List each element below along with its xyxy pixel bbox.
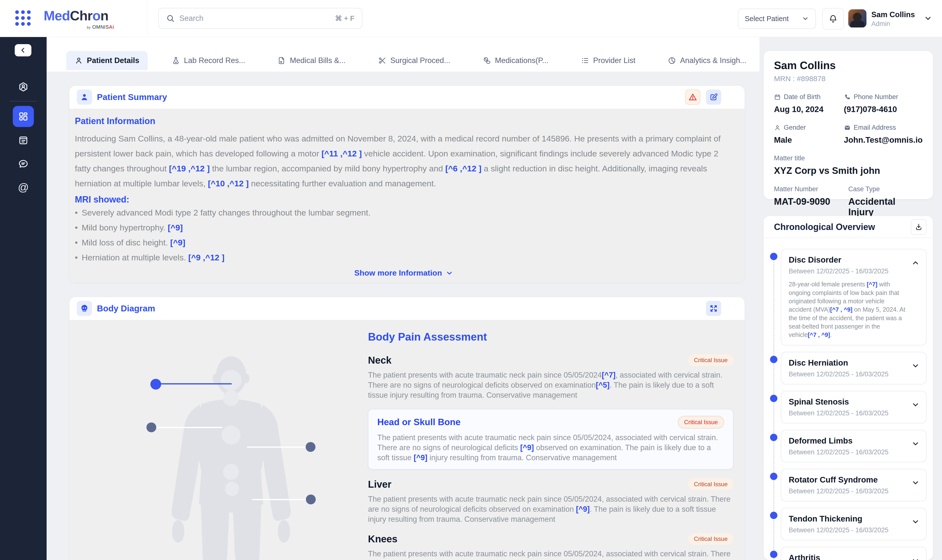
sidebar-item-profile[interactable] [17,80,30,93]
citation-link[interactable]: [^9] [168,223,183,232]
summary-edit-button[interactable] [706,89,721,105]
body-diagram-title: Body Diagram [97,303,155,313]
text-segment: The patient presents with acute traumati… [368,371,602,379]
timeline-item-disc-herniation[interactable]: Disc Herniation Between 12/02/2025 - 16/… [781,352,927,385]
tab-analytics-insigh[interactable]: Analytics & Insigh... [659,51,755,70]
sidebar-item-records[interactable] [17,134,30,147]
top-header: MedChron by OMNISAi Search ⌘ + F Select … [0,0,942,37]
timeline-item-rotator-cuff-syndrome[interactable]: Rotator Cuff Syndrome Between 12/02/2025… [781,469,927,502]
citation-link[interactable]: [^5] [596,381,610,389]
timeline-item-name: Deformed Limbs [789,436,907,446]
timeline-item-spinal-stenosis[interactable]: Spinal Stenosis Between 12/02/2025 - 16/… [781,391,927,423]
hexagon-person-icon [17,81,29,93]
user-menu-chevron[interactable] [924,14,932,23]
text-segment: necessitating further evaluation and man… [249,179,436,188]
marker-dot-knees[interactable] [306,495,316,505]
citation-link[interactable]: [^7 , ^9] [808,331,830,338]
citation-link[interactable]: [^11 ,^12 ] [321,149,362,158]
citation-link[interactable]: [^9] [170,238,185,247]
field-label: Gender [774,124,844,131]
chevron-down-icon [802,15,809,22]
patient-summary-card: Patient Summary Patient Information Intr… [69,86,745,282]
patient-mrn: MRN : #898878 [774,75,923,83]
patient-field-phone-number: Phone Number(917)078-4610 [844,93,923,114]
text-segment: Mild loss of disc height. [82,238,170,247]
chevron-down-icon[interactable] [911,478,920,487]
notifications-button[interactable] [822,8,844,30]
marker-dot-liver[interactable] [306,442,316,452]
tab-medications-p[interactable]: Medications(P... [475,51,557,70]
timeline-item-tendon-thickening[interactable]: Tendon Thickening Between 12/02/2025 - 1… [781,508,927,540]
show-more-label: Show more Information [354,268,442,278]
citation-link[interactable]: [^10 ,^12 ] [208,179,248,188]
body-section-text: The patient presents with acute traumati… [368,549,734,560]
tab-medical-bills[interactable]: Medical Bills &... [269,51,354,70]
chevron-up-icon[interactable] [911,258,920,267]
marker-dot-neck[interactable] [150,379,161,389]
citation-link[interactable]: [^6 ,^12 ] [445,164,481,173]
citation-link[interactable]: [^9] [520,443,534,452]
tab-surgical-proced[interactable]: Surgical Proced... [370,51,459,70]
sidebar-item-messages[interactable] [17,157,30,170]
logo-med: Med [44,8,70,23]
tab-label: Surgical Proced... [390,56,450,65]
apps-grid-icon[interactable] [15,10,31,26]
case-type-value: Accidental Injury [848,196,923,217]
logo-chr: Chr [70,8,93,23]
citation-link[interactable]: [^7] [867,281,877,288]
chevron-down-icon[interactable] [911,401,920,409]
timeline-item-arthritis[interactable]: Arthritis Between 12/02/2025 - 16/03/202… [781,547,927,560]
search-input[interactable]: Search ⌘ + F [158,8,362,29]
show-more-information-button[interactable]: Show more Information [75,268,733,278]
dashboard-grid-icon [18,111,29,122]
body-diagram-expand-button[interactable] [706,301,721,316]
timeline-item-name: Disc Herniation [789,358,907,368]
pills-icon [483,56,491,65]
timeline-row-spinal-stenosis: Spinal Stenosis Between 12/02/2025 - 16/… [781,391,927,423]
sidebar-item-mentions[interactable]: @ [17,181,30,194]
tab-label: Analytics & Insigh... [680,56,746,65]
chevron-down-icon[interactable] [911,362,920,370]
citation-link[interactable]: [^19 ,^12 ] [169,164,210,173]
patient-summary-icon-tile [77,89,92,105]
citation-link[interactable]: [^9 ,^12 ] [188,253,225,262]
tab-provider-list[interactable]: Provider List [572,51,644,70]
chevron-down-icon[interactable] [911,557,920,560]
matter-title-value: XYZ Corp vs Smith john [774,166,923,176]
citation-link[interactable]: [^7] [602,371,615,379]
citation-link[interactable]: [^7 , ^9] [830,306,853,313]
patient-summary-body: Patient Information Introducing Sam Coll… [69,109,745,282]
timeline-dot [770,253,777,260]
summary-warning-button[interactable] [685,89,700,105]
body-section-text: The patient presents with acute traumati… [368,370,734,400]
body-pain-assessment-column: Body Pain Assessment NeckCritical IssueT… [368,331,734,560]
body-section-name: Knees [368,534,398,545]
timeline-download-button[interactable] [911,219,927,235]
logo-byline: by OMNISAi [74,24,114,30]
select-patient-dropdown[interactable]: Select Patient [738,9,816,29]
tab-label: Medical Bills &... [290,56,345,65]
chevron-down-icon[interactable] [911,518,920,526]
patient-field-date-of-birth: Date of BirthAug 10, 2024 [774,93,844,114]
text-segment: Mild bony hypertrophy. [82,223,168,232]
body-figure[interactable] [137,354,325,560]
mri-heading: MRI showed: [75,194,733,205]
chevron-down-icon[interactable] [911,440,920,448]
pie-icon [668,56,676,65]
user-avatar[interactable] [848,9,866,28]
field-label: Date of Birth [774,93,844,101]
sidebar-collapse-button[interactable] [15,44,31,56]
marker-dot-torso[interactable] [146,422,156,432]
citation-link[interactable]: [^9] [576,505,590,514]
text-segment: 28-year-old female presents [789,281,867,288]
timeline-item-disc-disorder[interactable]: Disc Disorder Between 12/02/2025 - 16/03… [781,249,927,345]
timeline-item-deformed-limbs[interactable]: Deformed Limbs Between 12/02/2025 - 16/0… [781,430,927,462]
timeline-item-name: Disc Disorder [789,255,907,265]
tab-lab-record-res[interactable]: Lab Record Res... [163,51,254,70]
sidebar-item-dashboard[interactable] [13,106,34,127]
citation-link[interactable]: [^9] [413,453,427,462]
tab-patient-details[interactable]: Patient Details [66,51,148,70]
case-type-block: Case Type Accidental Injury [848,185,923,217]
app-logo[interactable]: MedChron [44,8,108,23]
body-section-head-or-skull-bone[interactable]: Head or Skull BoneCritical IssueThe pati… [368,409,734,469]
